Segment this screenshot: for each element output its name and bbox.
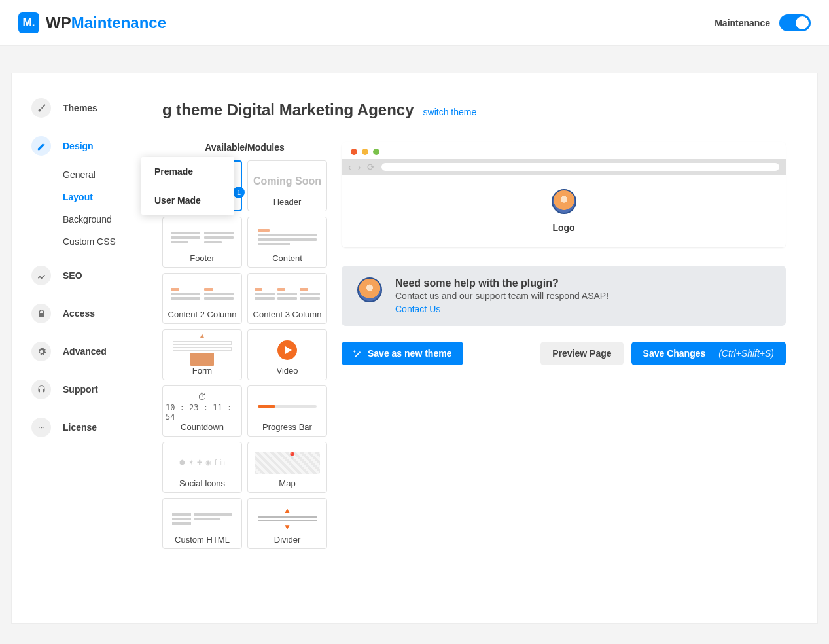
maintenance-toggle[interactable]	[779, 14, 811, 31]
module-header[interactable]: Coming Soon Header	[247, 160, 327, 211]
sidebar-item-advanced[interactable]: Advanced	[24, 335, 150, 368]
button-label: Save as new theme	[368, 348, 451, 359]
sidebar-label: SEO	[63, 270, 82, 281]
modules-heading: Available/Modules	[162, 142, 327, 152]
module-label: Content 3 Column	[253, 310, 322, 319]
module-countdown[interactable]: ⏱10 : 23 : 11 : 54 Countdown	[162, 385, 242, 437]
stopwatch-icon: ⏱	[198, 391, 207, 402]
support-avatar-icon	[357, 277, 382, 302]
page-title: g theme Digital Marketing Agency switch …	[162, 101, 786, 119]
module-content[interactable]: Content	[247, 217, 327, 268]
key-icon	[31, 418, 51, 437]
chart-icon	[31, 266, 51, 285]
sidebar-label: Design	[63, 141, 94, 151]
sidebar-submenu-design: General Layout Background Custom CSS	[24, 162, 150, 254]
sidebar-sub-customcss[interactable]: Custom CSS	[63, 232, 150, 251]
button-label: Preview Page	[552, 348, 611, 359]
themes-flyout-menu: Premade User Made	[141, 157, 234, 215]
module-label: Form	[192, 366, 212, 376]
themes-flyout-premade[interactable]: Premade	[141, 157, 234, 186]
switch-theme-link[interactable]: switch theme	[423, 107, 477, 117]
shortcut-hint: (Ctrl+Shift+S)	[718, 348, 774, 359]
module-label: Divider	[274, 535, 300, 545]
sidebar-sub-background[interactable]: Background	[63, 209, 150, 229]
save-changes-button[interactable]: Save Changes (Ctrl+Shift+S)	[631, 342, 786, 365]
headset-icon	[31, 380, 51, 399]
sidebar-label: Advanced	[63, 346, 107, 357]
sidebar-label: Themes	[63, 103, 97, 113]
module-footer[interactable]: Footer	[162, 217, 242, 268]
module-content-2col[interactable]: Content 2 Column	[162, 273, 242, 324]
sidebar-label: License	[63, 422, 97, 433]
brand-text-maintenance: Maintenance	[71, 14, 166, 31]
sidebar-item-design[interactable]: Design	[24, 130, 150, 162]
coming-soon-text: Coming Soon	[253, 175, 321, 187]
sidebar-label: Support	[63, 384, 98, 395]
module-content-3col[interactable]: Content 3 Column	[247, 273, 327, 324]
forward-icon: ›	[358, 162, 361, 172]
sidebar-sub-general[interactable]: General	[63, 165, 150, 185]
brand: WPMaintenance	[18, 12, 166, 33]
module-label: Map	[279, 478, 295, 488]
module-label: Content 2 Column	[168, 310, 237, 319]
module-label: Header	[273, 197, 302, 207]
module-divider[interactable]: ▲▼ Divider	[247, 498, 327, 549]
social-icons-preview: ⬢✶✚◉fin	[179, 459, 225, 466]
sidebar-item-access[interactable]: Access	[24, 297, 150, 330]
map-preview	[255, 452, 321, 474]
module-custom-html[interactable]: Custom HTML	[162, 498, 242, 549]
preview-logo-label: Logo	[356, 223, 771, 233]
svg-point-0	[39, 427, 40, 428]
pencil-icon	[31, 136, 51, 156]
save-as-new-theme-button[interactable]: Save as new theme	[342, 342, 463, 365]
module-form[interactable]: ▲ Form	[162, 329, 242, 380]
gear-icon	[31, 342, 51, 361]
svg-point-2	[43, 427, 44, 428]
right-column: ‹ › ⟳ Logo Need some help with the plugi…	[342, 142, 786, 365]
preview-page-button[interactable]: Preview Page	[540, 342, 623, 365]
module-label: Countdown	[181, 422, 224, 432]
themes-flyout-usermade[interactable]: User Made	[141, 186, 234, 215]
module-label: Footer	[190, 253, 215, 263]
module-social[interactable]: ⬢✶✚◉fin Social Icons	[162, 442, 242, 493]
preview-body[interactable]: Logo	[342, 175, 786, 247]
back-icon: ‹	[348, 162, 351, 172]
main-panel: Themes Design General Layout Background …	[12, 73, 817, 623]
action-bar: Save as new theme Preview Page Save Chan…	[342, 342, 786, 365]
brush-icon	[31, 98, 51, 118]
sidebar-item-seo[interactable]: SEO	[24, 259, 150, 292]
sidebar: Themes Design General Layout Background …	[12, 73, 162, 623]
module-progress[interactable]: Progress Bar	[247, 385, 327, 437]
brand-logo-icon	[18, 12, 39, 33]
help-title: Need some help with the plugin?	[395, 277, 609, 289]
magic-icon	[353, 349, 362, 358]
top-bar: WPMaintenance Maintenance	[0, 0, 829, 46]
contact-us-link[interactable]: Contact Us	[395, 304, 440, 314]
module-map[interactable]: Map	[247, 442, 327, 493]
sidebar-sub-layout[interactable]: Layout	[63, 187, 150, 207]
preview-url-bar: ‹ › ⟳	[342, 159, 786, 175]
module-label: Video	[276, 366, 298, 376]
page-title-text: g theme Digital Marketing Agency	[162, 101, 414, 119]
svg-point-1	[41, 427, 42, 428]
sidebar-item-support[interactable]: Support	[24, 373, 150, 406]
title-underline	[162, 122, 786, 122]
button-label: Save Changes	[643, 348, 706, 359]
countdown-sample: 10 : 23 : 11 : 54	[166, 403, 239, 421]
sidebar-label: Access	[63, 308, 95, 319]
module-label: Custom HTML	[175, 535, 230, 545]
module-label: Progress Bar	[262, 422, 312, 432]
maintenance-toggle-group: Maintenance	[714, 14, 811, 31]
sidebar-item-themes[interactable]: Themes	[24, 92, 150, 124]
help-body: Contact us and our support team will res…	[395, 291, 609, 301]
layout-preview: ‹ › ⟳ Logo	[342, 142, 786, 247]
sidebar-item-license[interactable]: License	[24, 411, 150, 444]
refresh-icon: ⟳	[367, 162, 375, 172]
help-panel: Need some help with the plugin? Contact …	[342, 266, 786, 326]
module-label: Content	[272, 253, 302, 263]
lock-icon	[31, 304, 51, 323]
window-dots	[342, 142, 786, 159]
module-badge: 1	[233, 187, 245, 198]
maintenance-toggle-label: Maintenance	[714, 18, 770, 28]
module-video[interactable]: Video	[247, 329, 327, 380]
